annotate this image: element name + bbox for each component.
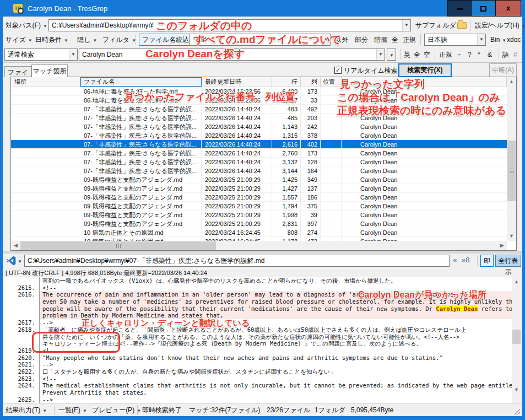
- table-row[interactable]: 09-既得権益と支配のアジェンダ.md 2022/03/25 21:00:29 …: [11, 202, 507, 211]
- table-row[interactable]: 06-地球に毒を盛る:狂った科学.md 2022/03/24 16:23:56 …: [11, 87, 507, 96]
- filename-filter-input[interactable]: *.md ▼: [190, 34, 331, 46]
- flag-plus[interactable]: +: [457, 49, 461, 61]
- col-header-column[interactable]: 列: [301, 77, 321, 87]
- flag-word[interactable]: 語: [502, 49, 509, 61]
- table-row[interactable]: 07-「非感染性」疾患:さらなる医学的誤... 2022/03/26 14:40…: [11, 149, 507, 158]
- col-header-filename[interactable]: ファイル名: [80, 77, 202, 87]
- col-header-position[interactable]: 位置: [321, 77, 342, 87]
- flag-hash[interactable]: #: [513, 49, 517, 61]
- list-menu[interactable]: 一覧(E)▼: [58, 406, 87, 415]
- preview-menu[interactable]: プレビュー(P)▼: [92, 406, 141, 415]
- table-row[interactable]: 07-「非感染性」疾患:さらなる医学的誤... 2022/03/26 14:40…: [11, 166, 507, 175]
- table-row[interactable]: 07-「非感染性」疾患:さらなる医学的誤... 2022/03/26 14:40…: [11, 158, 507, 166]
- results-header[interactable]: 場所 ファイル名 最終更新日時 行 列 位置: [11, 77, 507, 87]
- flag-regex[interactable]: 正規: [439, 49, 452, 61]
- table-row[interactable]: 09-既得権益と支配のアジェンダ.md 2022/03/25 21:00:29 …: [11, 193, 507, 202]
- table-row[interactable]: 07-「非感染性」疾患:さらなる医学的誤... 2022/03/26 14:40…: [11, 105, 507, 114]
- table-row[interactable]: 07-「非感染性」疾患:さらなる医学的誤... 2022/03/26 14:40…: [11, 140, 507, 149]
- subfolder-menu[interactable]: サブフォルダ▼: [415, 19, 463, 31]
- language-select[interactable]: 日本語 ▼: [424, 34, 486, 46]
- search-input[interactable]: Carolyn Dean ▼: [79, 49, 385, 61]
- flag-regex-filename[interactable]: 正規: [403, 34, 416, 46]
- minimize-button[interactable]: [447, 0, 472, 17]
- scroll-up-icon[interactable]: ▲: [507, 77, 516, 87]
- path-dropdown-icon[interactable]: ▼: [402, 20, 410, 31]
- table-row[interactable]: 09-既得権益と支配のアジェンダ.md 2022/03/25 21:00:29 …: [11, 184, 507, 193]
- maximize-button[interactable]: [471, 0, 496, 17]
- flag-hierarchy[interactable]: 階層: [374, 34, 387, 46]
- filename-filter-label[interactable]: ファイル名絞込:: [139, 34, 194, 46]
- col-header-line[interactable]: 行: [272, 77, 301, 87]
- flag-question[interactable]: ?: [468, 49, 472, 61]
- flag-partial[interactable]: 部分: [355, 34, 368, 46]
- scroll-left-icon[interactable]: ◀: [11, 241, 20, 250]
- result-output-menu[interactable]: 結果出力(T)▼: [6, 406, 47, 415]
- table-hscrollbar[interactable]: ◀ ▶: [11, 241, 507, 250]
- table-row[interactable]: 09-既得権益と支配のアジェンダ.md 2022/03/25 21:00:29 …: [11, 175, 507, 184]
- flag-ampersand[interactable]: &: [488, 49, 492, 61]
- preview-viewer[interactable]: 害剤の一種であるバイオックス (Vioxx) は、心臓発作や脳卒中のリスクを高め…: [3, 277, 512, 403]
- preview-vscroll-thumb[interactable]: [512, 330, 521, 344]
- prev-match-button[interactable]: «: [453, 256, 457, 264]
- flag-asterisk[interactable]: *: [478, 49, 480, 61]
- close-button[interactable]: x: [495, 0, 521, 17]
- datetime-filter-menu[interactable]: 日時条件▼: [35, 34, 68, 46]
- flag-fullwidth[interactable]: 全: [414, 49, 420, 61]
- scroll-up-icon[interactable]: ▲: [512, 277, 521, 287]
- editor-app-icon[interactable]: [6, 255, 17, 266]
- title-bar[interactable]: TG Carolyn Dean - TresGrep x: [0, 0, 525, 17]
- search-options-dropdown[interactable]: ▼: [387, 49, 396, 61]
- scroll-down-icon[interactable]: ▼: [507, 231, 516, 241]
- preview-vscrollbar[interactable]: ▲ ▼: [512, 277, 521, 403]
- tab-matches[interactable]: マッチ箇所: [31, 64, 68, 77]
- abort-button[interactable]: 中断(A): [489, 63, 517, 77]
- search-mode-select[interactable]: 通常検索 ▼: [4, 49, 78, 61]
- search-mode-dropdown-icon[interactable]: ▼: [69, 49, 77, 60]
- results-body[interactable]: 06-地球に毒を盛る:狂った科学.md 2022/03/24 16:23:56 …: [11, 87, 507, 241]
- table-row[interactable]: 09-既得権益と支配のアジェンダ.md 2022/03/25 21:00:29 …: [11, 211, 507, 219]
- xdoc-toggle[interactable]: xdoc: [507, 34, 521, 46]
- table-vscrollbar[interactable]: ▲ ▼: [507, 77, 516, 241]
- target-path-menu[interactable]: 対象パス(F)▼: [6, 19, 47, 31]
- table-row[interactable]: 10 病気の正体とその原因.md 2022/03/24 16:24:45 808…: [11, 228, 507, 237]
- cell-filename: 09-既得権益と支配のアジェンダ.md: [80, 219, 202, 228]
- settings-help-menu[interactable]: 設定/ヘルプ(H)▼: [475, 19, 525, 31]
- open-folder-icon[interactable]: [457, 22, 467, 29]
- resize-grip[interactable]: [515, 409, 520, 414]
- immediate-button[interactable]: 即: [480, 255, 494, 267]
- splitter[interactable]: [3, 251, 522, 254]
- next-match-button[interactable]: »8: [462, 256, 469, 264]
- table-row[interactable]: 07-「非感染性」疾患:さらなる医学的誤... 2022/03/26 14:40…: [11, 122, 507, 131]
- filename-filter-dropdown-icon[interactable]: ▼: [322, 34, 330, 45]
- path-input[interactable]: C:¥Users¥admin¥Desktop¥wrmyi¥ ▼: [48, 19, 411, 31]
- flag-whitespace[interactable]: 空: [424, 49, 430, 61]
- preview-path-input[interactable]: C:¥Users¥admin¥Desktop¥wrmyi¥07-「非感染性」疾患…: [24, 255, 450, 267]
- table-row[interactable]: 07-「非感染性」疾患:さらなる医学的誤... 2022/03/26 14:40…: [11, 114, 507, 122]
- flag-all[interactable]: 全: [392, 34, 398, 46]
- run-search-button[interactable]: 検索実行(X): [398, 63, 452, 77]
- realtime-search-checkbox[interactable]: ✓: [334, 67, 342, 74]
- preview-line: 2617. -->: [3, 319, 512, 326]
- table-row[interactable]: 09-既得権益と支配のアジェンダ.md 2022/03/25 21:00:29 …: [11, 219, 507, 228]
- table-vscroll-thumb[interactable]: [507, 141, 516, 201]
- preview-line: キャロリン・ディーン博士は<!--著作-->『現代医療のよる死 (Death b…: [3, 340, 512, 347]
- flag-english[interactable]: 英: [404, 49, 410, 61]
- table-hscroll-thumb[interactable]: [20, 241, 216, 250]
- bin-menu[interactable]: Bin▼: [490, 34, 506, 46]
- table-row[interactable]: 06-地球に毒を盛る:狂った科学.md 2022/03/24 16:23:56 …: [11, 96, 507, 105]
- hidden-filter-menu[interactable]: 隠し▼: [77, 34, 97, 46]
- language-dropdown-icon[interactable]: ▼: [477, 34, 485, 45]
- table-row[interactable]: 07-「非感染性」疾患:さらなる医学的誤... 2022/03/26 14:40…: [11, 131, 507, 140]
- chevron-down-icon[interactable]: ▼: [18, 259, 22, 264]
- col-header-modified[interactable]: 最終更新日時: [202, 77, 272, 87]
- flag-exclude[interactable]: 以外: [335, 34, 348, 46]
- col-header-match[interactable]: [342, 77, 507, 87]
- filter-menu[interactable]: フィルタ▼: [102, 34, 136, 46]
- scroll-down-icon[interactable]: ▼: [512, 385, 521, 395]
- tab-files[interactable]: ファイル: [4, 66, 31, 77]
- search-history-dropdown-icon[interactable]: ▼: [376, 49, 385, 60]
- col-header-place[interactable]: 場所: [11, 77, 80, 87]
- all-lines-button[interactable]: 全行表示: [495, 255, 521, 267]
- scroll-right-icon[interactable]: ▶: [497, 241, 507, 250]
- size-filter-menu[interactable]: サイズ▼: [6, 34, 33, 46]
